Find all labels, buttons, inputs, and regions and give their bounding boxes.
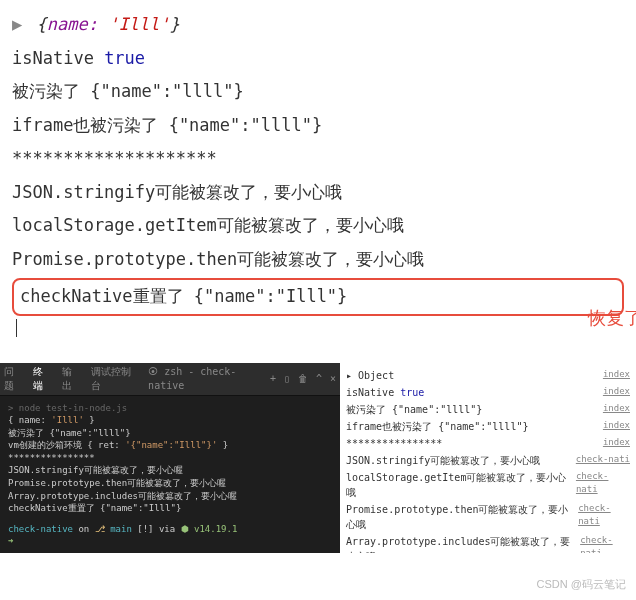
bool-value: true bbox=[104, 48, 145, 68]
term-line: > node test-in-node.js bbox=[8, 402, 332, 415]
devtools-source-link[interactable]: check-nati bbox=[576, 470, 630, 500]
bottom-panels: 问题 终端 输出 调试控制台 ⦿ zsh - check-native + ▯ … bbox=[0, 363, 636, 553]
log-line: iframe也被污染了 {"name":"llll"} bbox=[12, 109, 624, 143]
console-output: ▶ {name: 'Illl'} isNative true 被污染了 {"na… bbox=[0, 0, 636, 348]
devtools-panel[interactable]: ▸ ObjectindexisNative trueindex被污染了 {"na… bbox=[340, 363, 636, 553]
devtools-row[interactable]: Array.prototype.includes可能被篡改了，要小心哦check… bbox=[346, 533, 630, 553]
devtools-row[interactable]: ****************index bbox=[346, 435, 630, 452]
trash-icon[interactable]: 🗑 bbox=[298, 372, 308, 386]
log-line-object[interactable]: ▶ {name: 'Illl'} bbox=[12, 8, 624, 42]
devtools-source-link[interactable]: index bbox=[603, 436, 630, 451]
term-line: Array.prototype.includes可能被篡改了，要小心喔 bbox=[8, 490, 332, 503]
terminal-panel[interactable]: 问题 终端 输出 调试控制台 ⦿ zsh - check-native + ▯ … bbox=[0, 363, 340, 553]
term-line: Promise.prototype.then可能被篡改了，要小心喔 bbox=[8, 477, 332, 490]
term-line: checkNative重置了 {"name":"Illl"} bbox=[8, 502, 332, 515]
devtools-source-link[interactable]: check-nati bbox=[580, 534, 630, 553]
devtools-msg: localStorage.getItem可能被篡改了，要小心哦 bbox=[346, 470, 576, 500]
devtools-source-link[interactable]: index bbox=[603, 402, 630, 417]
cursor-icon bbox=[16, 319, 17, 337]
devtools-source-link[interactable]: check-nati bbox=[576, 453, 630, 468]
close-icon[interactable]: × bbox=[330, 372, 336, 386]
watermark-text: CSDN @码云笔记 bbox=[537, 577, 626, 592]
term-line: { name: 'Illl' } bbox=[8, 414, 332, 427]
term-line: JSON.stringify可能被篡改了，要小心喔 bbox=[8, 464, 332, 477]
obj-brace: { bbox=[37, 14, 47, 34]
devtools-msg: JSON.stringify可能被篡改了，要小心哦 bbox=[346, 453, 540, 468]
tab-debug[interactable]: 调试控制台 bbox=[91, 365, 138, 393]
tab-problems[interactable]: 问题 bbox=[4, 365, 23, 393]
term-line: vm创建的沙箱环境 { ret: '{"name":"Illl"}' } bbox=[8, 439, 332, 452]
term-line: **************** bbox=[8, 452, 332, 465]
term-prompt: check-native on ⎇ main [!] via ⬢ v14.19.… bbox=[8, 523, 332, 536]
terminal-tabs: 问题 终端 输出 调试控制台 ⦿ zsh - check-native + ▯ … bbox=[0, 363, 340, 396]
prompt-arrow-icon[interactable]: ➜ bbox=[8, 535, 332, 548]
devtools-msg: ▸ Object bbox=[346, 368, 394, 383]
devtools-row[interactable]: 被污染了 {"name":"llll"}index bbox=[346, 401, 630, 418]
term-line: 被污染了 {"name":"llll"} bbox=[8, 427, 332, 440]
log-line-reset: checkNative重置了 {"name":"Illl"} bbox=[20, 282, 616, 312]
obj-val: 'Illl' bbox=[108, 14, 169, 34]
input-cursor-line[interactable] bbox=[12, 316, 624, 340]
devtools-msg: **************** bbox=[346, 436, 442, 451]
add-icon[interactable]: + bbox=[270, 372, 276, 386]
obj-key: name: bbox=[47, 14, 98, 34]
log-line: Promise.prototype.then可能被篡改了，要小心哦 bbox=[12, 243, 624, 277]
devtools-source-link[interactable]: check-nati bbox=[578, 502, 630, 532]
expand-icon[interactable]: ▶ bbox=[12, 14, 22, 34]
devtools-row[interactable]: ▸ Objectindex bbox=[346, 367, 630, 384]
devtools-row[interactable]: iframe也被污染了 {"name":"llll"}index bbox=[346, 418, 630, 435]
label-text: isNative bbox=[12, 48, 104, 68]
log-line: 被污染了 {"name":"llll"} bbox=[12, 75, 624, 109]
obj-brace-close: } bbox=[170, 14, 180, 34]
devtools-row[interactable]: isNative trueindex bbox=[346, 384, 630, 401]
highlight-annotation: checkNative重置了 {"name":"Illl"} 恢复了 bbox=[12, 278, 624, 316]
devtools-source-link[interactable]: index bbox=[603, 419, 630, 434]
log-line: JSON.stringify可能被篡改了，要小心哦 bbox=[12, 176, 624, 210]
devtools-msg: 被污染了 {"name":"llll"} bbox=[346, 402, 482, 417]
devtools-source-link[interactable]: index bbox=[603, 368, 630, 383]
shell-label: ⦿ zsh - check-native bbox=[148, 365, 262, 393]
devtools-msg: iframe也被污染了 {"name":"llll"} bbox=[346, 419, 528, 434]
devtools-row[interactable]: JSON.stringify可能被篡改了，要小心哦check-nati bbox=[346, 452, 630, 469]
devtools-msg: isNative true bbox=[346, 385, 424, 400]
terminal-body[interactable]: > node test-in-node.js { name: 'Illl' } … bbox=[0, 396, 340, 555]
devtools-row[interactable]: Promise.prototype.then可能被篡改了，要小心哦check-n… bbox=[346, 501, 630, 533]
tab-output[interactable]: 输出 bbox=[62, 365, 81, 393]
tab-terminal[interactable]: 终端 bbox=[33, 365, 52, 393]
log-line-isnative: isNative true bbox=[12, 42, 624, 76]
chevron-up-icon[interactable]: ^ bbox=[316, 372, 322, 386]
annotation-text: 恢复了 bbox=[588, 306, 636, 330]
log-line-sep: ******************** bbox=[12, 142, 624, 176]
devtools-msg: Promise.prototype.then可能被篡改了，要小心哦 bbox=[346, 502, 578, 532]
split-icon[interactable]: ▯ bbox=[284, 372, 290, 386]
devtools-row[interactable]: localStorage.getItem可能被篡改了，要小心哦check-nat… bbox=[346, 469, 630, 501]
devtools-msg: Array.prototype.includes可能被篡改了，要小心哦 bbox=[346, 534, 580, 553]
log-line: localStorage.getItem可能被篡改了，要小心哦 bbox=[12, 209, 624, 243]
devtools-source-link[interactable]: index bbox=[603, 385, 630, 400]
